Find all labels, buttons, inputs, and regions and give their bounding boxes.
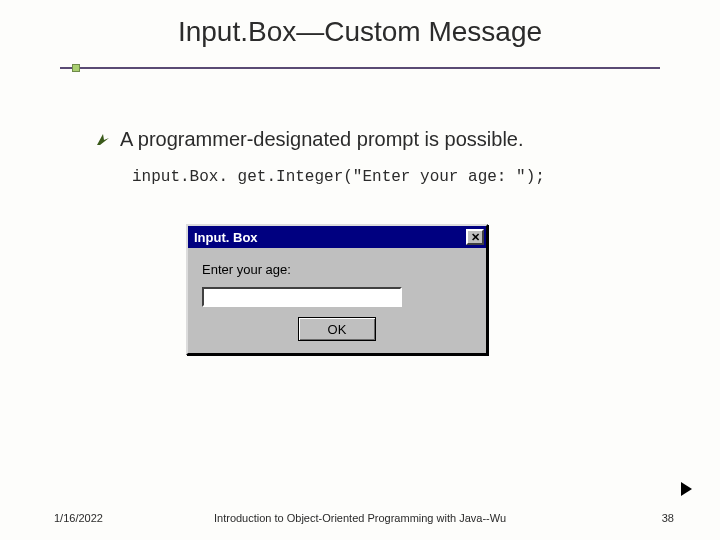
next-arrow-icon[interactable]: [681, 482, 692, 496]
rule-accent-box: [72, 64, 80, 72]
bullet-item: A programmer-designated prompt is possib…: [96, 128, 656, 151]
close-icon: ✕: [471, 232, 480, 243]
footer-course-title: Introduction to Object-Oriented Programm…: [0, 512, 720, 524]
bullet-icon: [96, 132, 110, 150]
rule-line: [60, 67, 660, 69]
dialog-title: Input. Box: [194, 230, 258, 245]
dialog-body: Enter your age: OK: [188, 248, 486, 353]
bullet-text: A programmer-designated prompt is possib…: [120, 128, 524, 151]
title-rule: [60, 64, 660, 72]
code-line: input.Box. get.Integer("Enter your age: …: [132, 168, 545, 186]
slide-title: Input.Box—Custom Message: [0, 16, 720, 48]
ok-button[interactable]: OK: [298, 317, 376, 341]
dialog-titlebar[interactable]: Input. Box ✕: [188, 226, 486, 248]
close-button[interactable]: ✕: [466, 229, 484, 245]
dialog-text-input[interactable]: [202, 287, 402, 307]
dialog-prompt-label: Enter your age:: [202, 262, 472, 277]
footer-page-number: 38: [662, 512, 674, 524]
slide: Input.Box—Custom Message A programmer-de…: [0, 0, 720, 540]
inputbox-dialog: Input. Box ✕ Enter your age: OK: [186, 224, 488, 355]
dialog-button-row: OK: [202, 317, 472, 341]
